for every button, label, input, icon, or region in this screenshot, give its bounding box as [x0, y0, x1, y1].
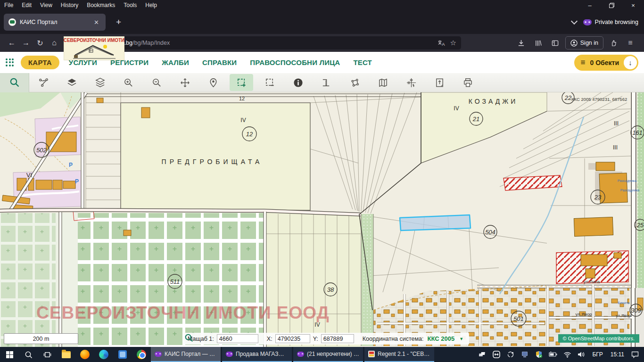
tool-measure-route-icon[interactable] [29, 73, 58, 92]
sign-in-label: Sign in [580, 40, 598, 46]
tool-zoom-out-icon[interactable] [142, 73, 171, 92]
tool-crosshair-icon[interactable] [397, 73, 425, 92]
map-toolbar [0, 73, 644, 92]
site-nav-karta[interactable]: КАРТА [21, 56, 59, 69]
downloads-icon[interactable] [514, 36, 528, 49]
svg-text:23: 23 [594, 194, 602, 201]
tool-measure-area-icon[interactable] [340, 73, 369, 92]
osm-attribution[interactable]: © OpenStreetMap contributors. [558, 334, 639, 343]
window-restore-icon[interactable] [601, 0, 622, 10]
tool-export-icon[interactable] [425, 73, 454, 92]
browser-tabbar: КАИС Портал ✕ + Private browsing [0, 10, 644, 34]
y-label: Y: [313, 336, 318, 342]
selected-parcel-highlight[interactable] [400, 215, 471, 230]
site-nav-pravosposobni-litsa[interactable]: ПРАВОСПОСОБНИ ЛИЦА [250, 58, 340, 66]
site-nav-spravki[interactable]: СПРАВКИ [202, 58, 237, 66]
menu-file[interactable]: File [0, 2, 17, 8]
tool-map-overview-icon[interactable] [369, 73, 397, 92]
menu-tools[interactable]: Tools [119, 2, 141, 8]
volume-tray-icon[interactable] [575, 347, 587, 362]
scale-input[interactable] [217, 334, 258, 343]
site-nav-test[interactable]: ТЕСТ [353, 58, 372, 66]
street-lipa: ул.Липа [584, 279, 600, 284]
svg-text:38: 38 [327, 286, 334, 293]
objects-download-icon[interactable]: ↓ [624, 56, 637, 69]
taskbar-window-kais[interactable]: КАИС Портал — Mo... [151, 347, 221, 362]
map-canvas[interactable]: 502 12 21 22 161 23 25 504 511 38 501 30… [0, 92, 644, 347]
street-yavor-2: ул.Явор [616, 313, 631, 318]
tool-zoom-in-icon[interactable] [114, 73, 142, 92]
edge-icon[interactable] [94, 347, 113, 362]
menu-view[interactable]: View [36, 2, 57, 8]
objects-list-icon: ≡ [581, 58, 586, 67]
tool-layers-base-icon[interactable] [58, 73, 86, 92]
reload-icon[interactable]: ↻ [33, 36, 47, 49]
home-icon[interactable]: ⌂ [47, 36, 61, 49]
capture-tray-icon[interactable] [504, 347, 517, 362]
new-tab-button[interactable]: + [112, 17, 125, 27]
tray-clock[interactable]: 15:11 [608, 351, 627, 358]
tray-hidden-icons[interactable] [476, 347, 488, 362]
photos-app-icon[interactable] [113, 347, 132, 362]
taskbar-window-prodava[interactable]: Продава МАГАЗИН ... [222, 347, 292, 362]
menu-bookmarks[interactable]: Bookmarks [83, 2, 119, 8]
teamviewer-tray-icon[interactable] [490, 347, 503, 362]
tool-select-area-remove-icon[interactable] [256, 73, 284, 92]
tool-select-area-add-icon[interactable] [230, 74, 253, 91]
app-menu-icon[interactable]: ≡ [623, 36, 637, 49]
screen: File Edit View History Bookmarks Tools H… [0, 0, 644, 362]
site-nav-zhalbi[interactable]: ЖАЛБИ [162, 58, 189, 66]
tab-favicon [8, 18, 16, 26]
menu-history[interactable]: History [57, 2, 83, 8]
sidebar-toggle-icon[interactable] [548, 36, 562, 49]
menu-edit[interactable]: Edit [17, 2, 36, 8]
chrome-icon[interactable] [132, 347, 151, 362]
taskbar-window-mail[interactable]: (21 непрочетени) - A... [293, 347, 363, 362]
account-avatar-icon [570, 40, 578, 47]
y-coordinate-input[interactable] [321, 334, 354, 343]
extension-icon[interactable] [606, 36, 620, 49]
tray-language[interactable]: БГР [589, 351, 605, 358]
list-tabs-chevron-icon[interactable] [571, 18, 578, 25]
sign-in-button[interactable]: Sign in [565, 36, 603, 49]
menu-help[interactable]: Help [141, 2, 161, 8]
coordinates-search-icon[interactable] [184, 333, 194, 343]
window-close-icon[interactable]: × [622, 0, 644, 10]
taskbar-window-regent[interactable]: Regent 2.1 - "СЕВЕРО... [364, 347, 434, 362]
task-view-icon[interactable] [38, 347, 57, 362]
bookmark-star-icon[interactable]: ☆ [450, 39, 456, 47]
translate-icon[interactable]: A [438, 40, 446, 47]
svg-text:IV: IV [240, 117, 246, 123]
tool-pan-icon[interactable] [171, 73, 199, 92]
security-shield-tray-icon[interactable] [533, 347, 545, 362]
taskbar-search-icon[interactable] [19, 347, 38, 362]
x-coordinate-input[interactable] [275, 334, 310, 343]
library-icon[interactable] [531, 36, 545, 49]
tab-close-icon[interactable]: ✕ [92, 18, 101, 27]
display-tray-icon[interactable] [519, 347, 531, 362]
file-explorer-icon[interactable] [57, 347, 75, 362]
crs-select[interactable]: ККС 2005 [428, 335, 455, 342]
firefox-icon[interactable] [75, 347, 94, 362]
tool-measure-length-icon[interactable] [312, 73, 340, 92]
street-yavor: ул.Явор [575, 312, 592, 317]
window-minimize-icon[interactable]: – [579, 0, 601, 10]
action-center-icon[interactable] [629, 347, 641, 362]
objects-button[interactable]: ≡ 0 Обекти ↓ [574, 55, 638, 71]
tool-location-pin-icon[interactable] [199, 73, 227, 92]
tool-info-icon[interactable] [284, 73, 312, 92]
svg-text:161: 161 [632, 129, 643, 136]
wifi-tray-icon[interactable] [561, 347, 573, 362]
map-scale-bar: 200 m [4, 333, 78, 344]
back-icon[interactable]: ← [5, 36, 19, 49]
battery-tray-icon[interactable] [547, 347, 559, 362]
browser-tab[interactable]: КАИС Портал ✕ [4, 14, 106, 31]
apps-grid-icon[interactable] [6, 58, 14, 67]
crs-dropdown-caret-icon[interactable]: ▼ [459, 337, 463, 341]
forward-icon[interactable]: → [19, 36, 33, 49]
tool-layers-icon[interactable] [86, 73, 114, 92]
tool-print-icon[interactable] [454, 73, 482, 92]
tool-search-icon[interactable] [0, 73, 29, 92]
start-button[interactable] [0, 347, 19, 362]
map-status-bar: Мащаб 1: X: Y: Координатна система: ККС … [184, 333, 469, 345]
